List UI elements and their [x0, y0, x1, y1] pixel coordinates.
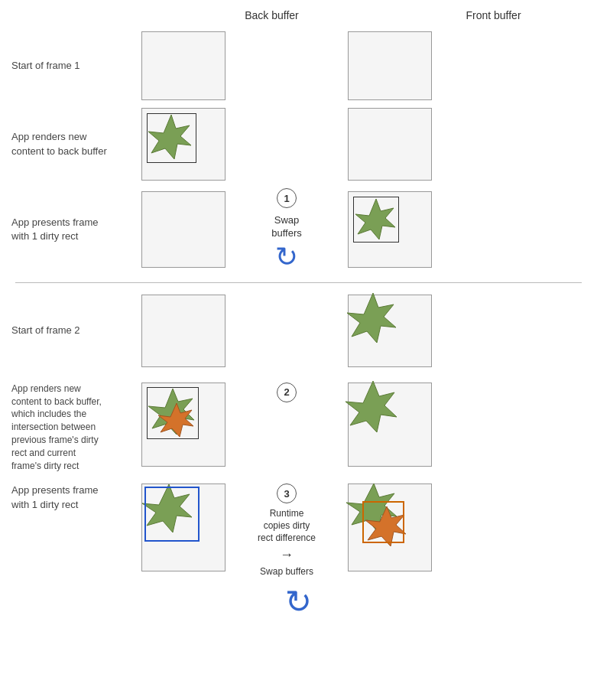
middle-s2-r2: 2: [225, 383, 348, 405]
row-s1-r1: Start of frame 1: [0, 28, 597, 104]
svg-marker-2: [347, 293, 396, 343]
back-buffer-header: Back buffer: [207, 9, 337, 21]
row-s2-r3-label: App presents framewith 1 dirty rect: [11, 483, 134, 511]
row-s1-r2-label: App renders newcontent to back buffer: [11, 130, 134, 158]
back-buffer-label: Back buffer: [245, 9, 299, 21]
back-buffer-s2-r3: [141, 483, 225, 571]
column-headers: Back buffer Front buffer: [0, 0, 597, 28]
star-front-s2r1: [342, 289, 404, 350]
row-s2-r2-label: App renders newcontent to back buffer,wh…: [11, 383, 134, 473]
front-buffer-s2-r2: [348, 383, 432, 467]
step-num-2: 2: [277, 383, 297, 402]
front-buffer-s2-r3: [348, 483, 432, 571]
runtime-copies-label: Runtimecopies dirtyrect difference: [258, 508, 316, 544]
bottom-swap-area: ↺: [0, 586, 597, 618]
row-s2-r3: App presents framewith 1 dirty rect 3 Ru…: [0, 476, 597, 581]
swap-arrow-1: ↺: [275, 243, 298, 271]
svg-marker-4: [158, 403, 193, 437]
step-num-3: 3: [277, 483, 297, 503]
front-buffer-s1-r1: [348, 31, 432, 100]
star-orange-s2r2: [156, 400, 198, 442]
svg-marker-0: [148, 115, 191, 159]
dirty-rect-blue-back-s2r3: [144, 487, 200, 542]
back-buffer-s1-r2: [141, 108, 225, 181]
front-buffer-s1-r3: [348, 191, 432, 268]
star-s1r2: [145, 112, 197, 164]
star-front-s2r2: [341, 377, 406, 442]
front-buffer-header: Front buffer: [429, 9, 559, 21]
middle-s2-r3: 3 Runtimecopies dirtyrect difference → S…: [225, 483, 348, 578]
step-num-1: 1: [277, 188, 297, 208]
front-buffer-s1-r2: [348, 108, 432, 181]
copy-arrow: →: [280, 547, 294, 563]
section-divider: [15, 282, 582, 283]
row-s2-r2: App renders newcontent to back buffer,wh…: [0, 371, 597, 477]
row-s2-r1: Start of frame 2: [0, 291, 597, 371]
row-s1-r2: App renders newcontent to back buffer: [0, 104, 597, 184]
swap-label-2: Swap buffers: [260, 566, 313, 578]
swap-arrow-2: ↺: [285, 586, 312, 618]
svg-marker-1: [355, 199, 395, 239]
back-buffer-s1-r3: [141, 191, 225, 268]
front-buffer-label: Front buffer: [466, 9, 521, 21]
row-s1-r1-label: Start of frame 1: [11, 59, 134, 73]
back-buffer-s2-r2: [141, 383, 225, 467]
row-s2-r1-label: Start of frame 2: [11, 324, 134, 337]
back-buffer-s2-r1: [141, 295, 225, 367]
row-s1-r3-label: App presents framewith 1 dirty rect: [11, 216, 134, 243]
front-buffer-s2-r1: [348, 295, 432, 367]
svg-marker-5: [346, 381, 397, 432]
star-front-s1r3: [352, 196, 401, 244]
dirty-rect-orange-front-s2r3: [362, 501, 404, 543]
back-buffer-s1-r1: [141, 31, 225, 100]
row-s1-r3: App presents framewith 1 dirty rect 1 Sw…: [0, 184, 597, 275]
swap-label-1: Swapbuffers: [271, 214, 302, 240]
main-container: Back buffer Front buffer Start of frame …: [0, 0, 597, 700]
middle-s1-r3: 1 Swapbuffers ↺: [225, 188, 348, 271]
